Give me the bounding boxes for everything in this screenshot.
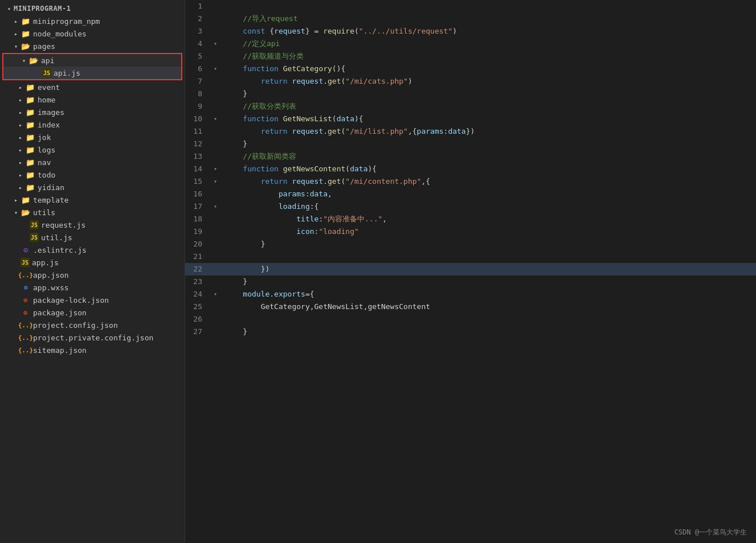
sidebar-item-package-lock-json[interactable]: ⊛ package-lock.json (0, 294, 185, 306)
folder-icon: 📁 (21, 195, 31, 205)
sidebar-item-sitemap-json[interactable]: {..} sitemap.json (0, 344, 185, 356)
line-num: 14 (185, 163, 214, 175)
sidebar-item-app-wxss[interactable]: ≡ app.wxss (0, 281, 185, 294)
sidebar-item-util-js[interactable]: JS util.js (0, 231, 185, 244)
line-num: 13 (185, 150, 214, 163)
json-file-icon: {..} (21, 320, 31, 330)
folder-arrow (16, 145, 25, 154)
folder-arrow (16, 183, 25, 192)
sidebar-item-home[interactable]: 📁 home (0, 93, 185, 106)
fold-arrow[interactable] (214, 113, 223, 125)
fold-arrow[interactable] (214, 38, 223, 50)
code-line-2: 2 //导入request (185, 13, 756, 25)
code-content: //导入request (223, 13, 756, 25)
folder-icon: 📁 (25, 145, 35, 155)
folder-arrow (11, 42, 21, 51)
js-file-icon: JS (42, 68, 51, 77)
item-label: todo (38, 171, 55, 179)
folder-arrow (16, 158, 25, 167)
sidebar-item-project-private-config[interactable]: {..} project.private.config.json (0, 331, 185, 344)
code-content: params:data, (223, 188, 756, 200)
code-content: } (223, 88, 756, 100)
line-num: 8 (185, 88, 214, 100)
sidebar-item-api-js[interactable]: JS api.js (3, 67, 181, 79)
code-content: } (223, 238, 756, 250)
sidebar-item-eslintrc[interactable]: ⊙ .eslintrc.js (0, 244, 185, 256)
sidebar-item-miniprogram-npm[interactable]: 📁 miniprogram_npm (0, 15, 185, 27)
folder-icon: 📁 (25, 182, 35, 192)
sidebar-item-todo[interactable]: 📁 todo (0, 168, 185, 181)
root-label[interactable]: MINIPROGRAM-1 (0, 2, 185, 15)
code-line-21: 21 (185, 250, 756, 263)
folder-arrow (11, 208, 21, 217)
sidebar-item-nav[interactable]: 📁 nav (0, 156, 185, 168)
sidebar-item-node-modules[interactable]: 📁 node_modules (0, 27, 185, 40)
code-content: return request.get("/mi/list.php",{param… (223, 125, 756, 138)
folder-arrow (16, 95, 25, 104)
code-line-4: 4 //定义api (185, 38, 756, 50)
sidebar-item-package-json[interactable]: ⊛ package.json (0, 306, 185, 319)
code-content: //定义api (223, 38, 756, 50)
code-content: module.exports={ (223, 288, 756, 301)
item-label: project.config.json (33, 321, 118, 330)
sidebar-item-request-js[interactable]: JS request.js (0, 219, 185, 231)
code-content: //获取频道与分类 (223, 50, 756, 63)
folder-arrow (16, 133, 25, 142)
item-label: pages (33, 42, 55, 51)
sidebar-item-images[interactable]: 📁 images (0, 106, 185, 118)
fold-arrow[interactable] (214, 163, 223, 175)
sidebar-item-pages[interactable]: 📂 pages (0, 40, 185, 52)
item-label: template (33, 196, 69, 204)
folder-icon: 📁 (21, 16, 31, 26)
item-label: event (38, 83, 60, 92)
pkg-file-icon: ⊛ (21, 295, 31, 305)
item-label: logs (38, 146, 55, 154)
line-num: 24 (185, 288, 214, 301)
code-line-12: 12 } (185, 138, 756, 150)
fold-arrow[interactable] (214, 63, 223, 75)
folder-icon: 📁 (25, 82, 35, 92)
code-line-8: 8 } (185, 88, 756, 100)
sidebar-item-logs[interactable]: 📁 logs (0, 143, 185, 156)
sidebar-item-event[interactable]: 📁 event (0, 81, 185, 93)
watermark-text: CSDN @一个菜鸟大学生 (675, 528, 747, 537)
code-content: function GetCategory(){ (223, 63, 756, 75)
code-content: return request.get("/mi/content.php",{ (223, 175, 756, 188)
item-label: request.js (41, 221, 85, 229)
line-num: 16 (185, 188, 214, 200)
line-num: 26 (185, 313, 214, 326)
item-label: app.json (33, 271, 69, 279)
sidebar-item-api[interactable]: 📂 api (3, 54, 181, 67)
sidebar-item-utils[interactable]: 📂 utils (0, 206, 185, 219)
line-num: 5 (185, 50, 214, 63)
sidebar-item-template[interactable]: 📁 template (0, 194, 185, 206)
sidebar-item-project-config[interactable]: {..} project.config.json (0, 319, 185, 331)
item-label: index (38, 121, 60, 129)
sidebar-item-jok[interactable]: 📁 jok (0, 131, 185, 143)
fold-arrow[interactable] (214, 288, 223, 301)
line-num: 20 (185, 238, 214, 250)
folder-open-icon: 📂 (21, 207, 31, 217)
fold-arrow[interactable] (214, 200, 223, 213)
folder-icon: 📁 (21, 28, 31, 39)
code-line-20: 20 } (185, 238, 756, 250)
sidebar-item-app-json[interactable]: {..} app.json (0, 269, 185, 281)
code-content: loading:{ (223, 200, 756, 213)
code-content: //获取分类列表 (223, 100, 756, 113)
sidebar-item-app-js[interactable]: JS app.js (0, 256, 185, 269)
pkg-file-icon: ⊛ (21, 307, 31, 318)
highlighted-group: 📂 api JS api.js (2, 53, 182, 80)
item-label: app.js (32, 258, 59, 267)
code-line-24: 24 module.exports={ (185, 288, 756, 301)
fold-arrow[interactable] (214, 175, 223, 188)
line-num: 2 (185, 13, 214, 25)
item-label: app.wxss (33, 283, 69, 292)
code-line-6: 6 function GetCategory(){ (185, 63, 756, 75)
folder-icon: 📁 (25, 157, 35, 167)
code-line-27: 27 } (185, 326, 756, 338)
item-label: sitemap.json (33, 346, 87, 355)
sidebar-item-yidian[interactable]: 📁 yidian (0, 181, 185, 194)
sidebar-item-index[interactable]: 📁 index (0, 118, 185, 131)
folder-arrow (16, 120, 25, 129)
line-num: 21 (185, 250, 214, 263)
